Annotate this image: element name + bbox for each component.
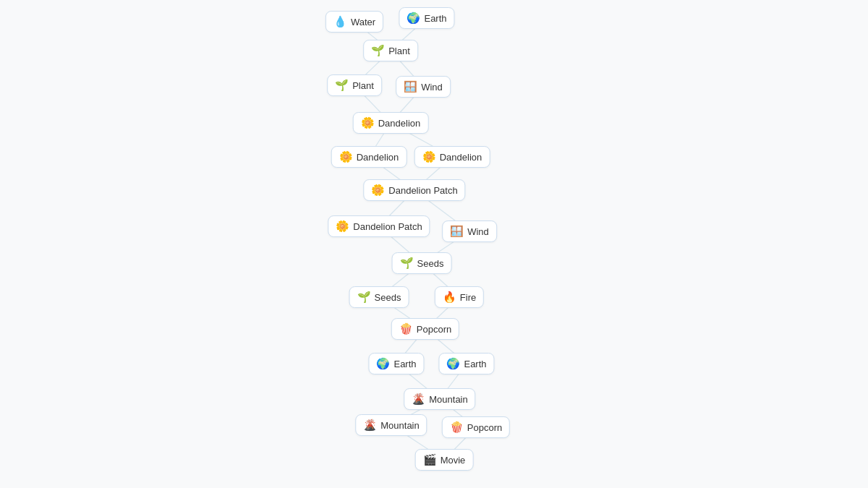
node-icon-mountain2: 🌋 (363, 419, 377, 432)
node-plant2[interactable]: 🌱Plant (327, 74, 382, 96)
node-icon-dandelion2: 🌼 (339, 150, 353, 163)
node-dandelion3[interactable]: 🌼Dandelion (414, 146, 490, 168)
node-icon-wind1: 🪟 (404, 80, 417, 93)
node-icon-dandelion1: 🌼 (361, 116, 375, 129)
node-label-dandelion3: Dandelion (440, 152, 482, 163)
node-label-wind2: Wind (467, 226, 489, 237)
node-dandelionpatch1[interactable]: 🌼Dandelion Patch (363, 179, 465, 201)
node-label-popcorn2: Popcorn (467, 422, 502, 433)
node-icon-plant2: 🌱 (335, 79, 349, 92)
node-icon-water1: 💧 (333, 15, 347, 28)
node-movie1[interactable]: 🎬Movie (415, 449, 474, 471)
node-earth3[interactable]: 🌍Earth (438, 353, 494, 374)
node-dandelion2[interactable]: 🌼Dandelion (331, 146, 407, 168)
node-label-seeds2: Seeds (375, 292, 401, 303)
node-icon-movie1: 🎬 (423, 453, 437, 466)
node-label-seeds1: Seeds (417, 258, 444, 269)
node-wind1[interactable]: 🪟Wind (396, 76, 451, 98)
node-dandelion1[interactable]: 🌼Dandelion (353, 112, 429, 134)
node-water1[interactable]: 💧Water (326, 11, 383, 33)
node-label-plant1: Plant (388, 46, 410, 56)
node-dandelionpatch2[interactable]: 🌼Dandelion Patch (328, 215, 430, 237)
node-icon-wind2: 🪟 (450, 225, 464, 238)
node-label-fire1: Fire (460, 292, 476, 303)
node-icon-seeds2: 🌱 (357, 291, 371, 304)
node-icon-fire1: 🔥 (443, 291, 456, 304)
node-mountain2[interactable]: 🌋Mountain (355, 414, 427, 436)
node-icon-dandelionpatch1: 🌼 (371, 184, 385, 197)
node-seeds1[interactable]: 🌱Seeds (392, 252, 452, 274)
node-label-earth1: Earth (424, 13, 446, 24)
node-popcorn2[interactable]: 🍿Popcorn (442, 416, 510, 438)
node-popcorn1[interactable]: 🍿Popcorn (391, 318, 459, 340)
node-icon-dandelionpatch2: 🌼 (336, 220, 349, 233)
node-icon-mountain1: 🌋 (412, 393, 425, 406)
node-earth1[interactable]: 🌍Earth (399, 7, 454, 29)
node-icon-earth1: 🌍 (407, 12, 420, 25)
node-wind2[interactable]: 🪟Wind (442, 221, 497, 242)
node-label-movie1: Movie (441, 455, 466, 466)
node-icon-seeds1: 🌱 (400, 257, 414, 270)
node-icon-earth3: 🌍 (446, 357, 460, 370)
node-seeds2[interactable]: 🌱Seeds (349, 286, 409, 308)
node-label-popcorn1: Popcorn (417, 324, 451, 335)
node-label-earth2: Earth (393, 359, 416, 369)
node-label-mountain2: Mountain (380, 420, 419, 431)
node-plant1[interactable]: 🌱Plant (363, 40, 418, 61)
node-label-dandelionpatch2: Dandelion Patch (353, 221, 422, 232)
node-label-dandelionpatch1: Dandelion Patch (388, 185, 457, 196)
node-label-water1: Water (351, 17, 375, 27)
node-icon-earth2: 🌍 (376, 357, 390, 370)
canvas: 💧Water🌍Earth🌱Plant🌱Plant🪟Wind🌼Dandelion🌼… (0, 0, 868, 488)
node-earth2[interactable]: 🌍Earth (368, 353, 424, 374)
node-label-dandelion1: Dandelion (378, 118, 421, 129)
node-label-mountain1: Mountain (429, 394, 467, 405)
node-label-plant2: Plant (352, 80, 374, 91)
node-mountain1[interactable]: 🌋Mountain (404, 388, 475, 410)
node-icon-popcorn2: 🍿 (450, 421, 464, 434)
node-icon-plant1: 🌱 (371, 44, 385, 57)
node-fire1[interactable]: 🔥Fire (435, 286, 484, 308)
node-icon-dandelion3: 🌼 (422, 150, 436, 163)
node-icon-popcorn1: 🍿 (399, 322, 413, 335)
connection-lines (0, 0, 868, 488)
node-label-wind1: Wind (421, 82, 443, 93)
node-label-dandelion2: Dandelion (357, 152, 399, 163)
node-label-earth3: Earth (464, 359, 486, 369)
